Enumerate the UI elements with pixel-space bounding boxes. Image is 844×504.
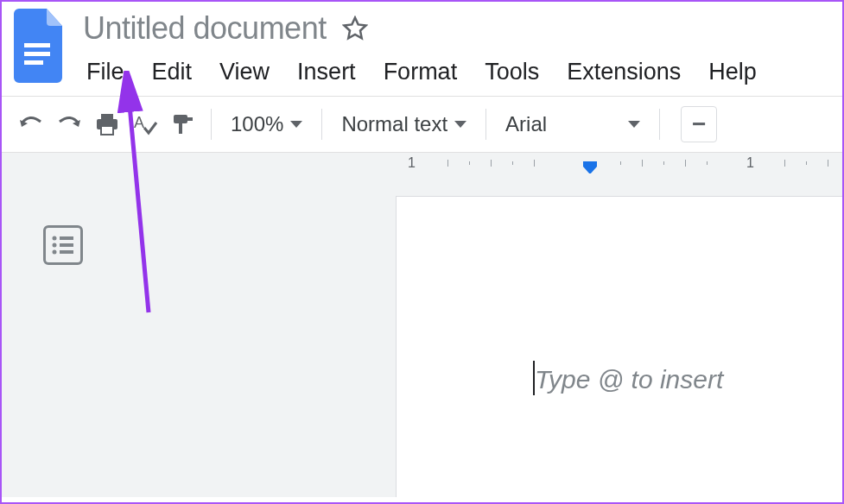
ruler-tick: [620, 161, 621, 165]
svg-point-13: [53, 243, 57, 248]
separator: [659, 109, 660, 140]
zoom-value: 100%: [231, 112, 283, 136]
ruler-tick: [828, 160, 828, 167]
ruler-tick: [491, 160, 492, 167]
zoom-dropdown[interactable]: 100%: [220, 105, 313, 143]
menu-extensions[interactable]: Extensions: [567, 57, 681, 87]
spellcheck-button[interactable]: A: [126, 105, 164, 143]
ruler-tick: [663, 161, 664, 165]
document-page[interactable]: Type @ to insert: [396, 196, 842, 497]
ruler-label: 1: [746, 155, 754, 171]
ruler-tick: [534, 160, 535, 167]
caret-down-icon: [454, 121, 466, 128]
horizontal-ruler[interactable]: 1 1: [396, 153, 842, 173]
toolbar: A 100% Normal text Arial −: [2, 96, 842, 152]
svg-rect-7: [174, 115, 187, 123]
style-value: Normal text: [341, 112, 447, 136]
svg-point-11: [53, 236, 57, 241]
paragraph-style-dropdown[interactable]: Normal text: [331, 105, 477, 143]
redo-button[interactable]: [50, 105, 88, 143]
svg-rect-1: [24, 52, 50, 56]
menu-file[interactable]: File: [86, 57, 124, 87]
svg-rect-10: [583, 161, 597, 167]
print-button[interactable]: [88, 105, 126, 143]
decrease-font-button[interactable]: −: [681, 106, 717, 142]
svg-rect-8: [187, 117, 193, 121]
canvas-area: 1 1 Type @ to insert: [2, 152, 842, 497]
svg-rect-2: [24, 60, 43, 65]
ruler-tick: [469, 161, 470, 165]
ruler-tick: [447, 160, 448, 167]
ruler-label: 1: [408, 155, 416, 171]
caret-down-icon: [290, 121, 302, 128]
svg-point-15: [53, 250, 57, 255]
indent-marker-icon[interactable]: [581, 161, 600, 173]
font-value: Arial: [505, 112, 621, 136]
caret-down-icon: [628, 121, 640, 128]
svg-rect-5: [101, 126, 113, 135]
svg-rect-14: [60, 243, 73, 247]
menu-format[interactable]: Format: [384, 57, 458, 87]
svg-rect-16: [60, 250, 73, 254]
menubar: File Edit View Insert Format Tools Exten…: [86, 57, 834, 87]
undo-button[interactable]: [12, 105, 50, 143]
menu-help[interactable]: Help: [708, 57, 757, 87]
ruler-tick: [685, 160, 686, 167]
svg-rect-0: [24, 43, 50, 47]
menu-insert[interactable]: Insert: [297, 57, 356, 87]
separator: [485, 109, 486, 140]
svg-rect-12: [60, 236, 73, 240]
separator: [321, 109, 322, 140]
font-dropdown[interactable]: Arial: [495, 105, 650, 143]
menu-edit[interactable]: Edit: [152, 57, 193, 87]
menu-tools[interactable]: Tools: [485, 57, 539, 87]
ruler-tick: [707, 161, 708, 165]
ruler-tick: [784, 160, 785, 167]
ruler-tick: [512, 161, 513, 165]
star-icon[interactable]: [342, 16, 368, 41]
docs-logo[interactable]: [10, 9, 66, 85]
ruler-tick: [642, 160, 643, 167]
paint-format-button[interactable]: [164, 105, 202, 143]
menu-view[interactable]: View: [219, 57, 270, 87]
svg-rect-3: [101, 114, 113, 119]
separator: [211, 109, 212, 140]
svg-rect-9: [179, 123, 182, 134]
ruler-tick: [806, 161, 807, 165]
header: Untitled document File Edit View Insert …: [2, 2, 842, 87]
document-title[interactable]: Untitled document: [83, 10, 327, 47]
placeholder-text: Type @ to insert: [535, 365, 723, 394]
document-outline-button[interactable]: [43, 225, 83, 265]
svg-text:A: A: [134, 114, 144, 131]
